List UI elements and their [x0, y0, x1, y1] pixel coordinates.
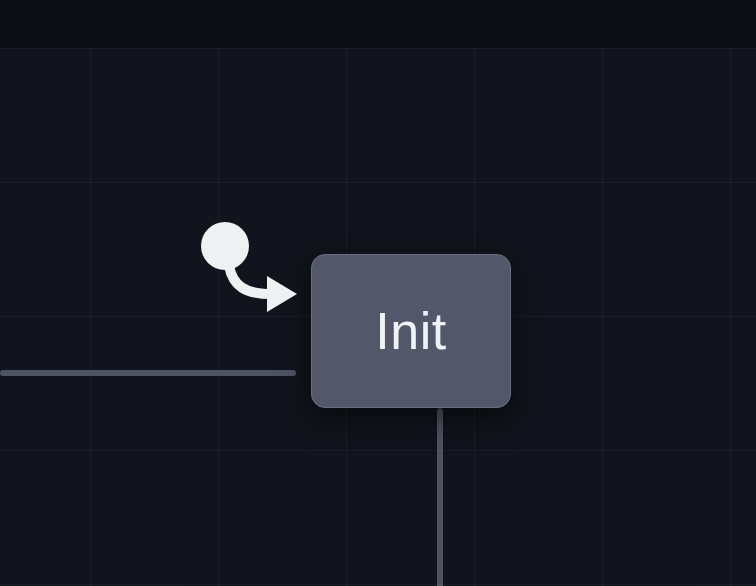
- state-machine-canvas[interactable]: Init: [0, 48, 756, 586]
- svg-point-0: [201, 222, 249, 270]
- state-node-init[interactable]: Init: [311, 254, 511, 408]
- editor-top-strip: [0, 0, 756, 48]
- initial-state-icon: [195, 218, 305, 318]
- transition-edge-down[interactable]: [437, 408, 443, 586]
- transition-edge-left[interactable]: [0, 370, 296, 376]
- state-node-label: Init: [375, 301, 446, 361]
